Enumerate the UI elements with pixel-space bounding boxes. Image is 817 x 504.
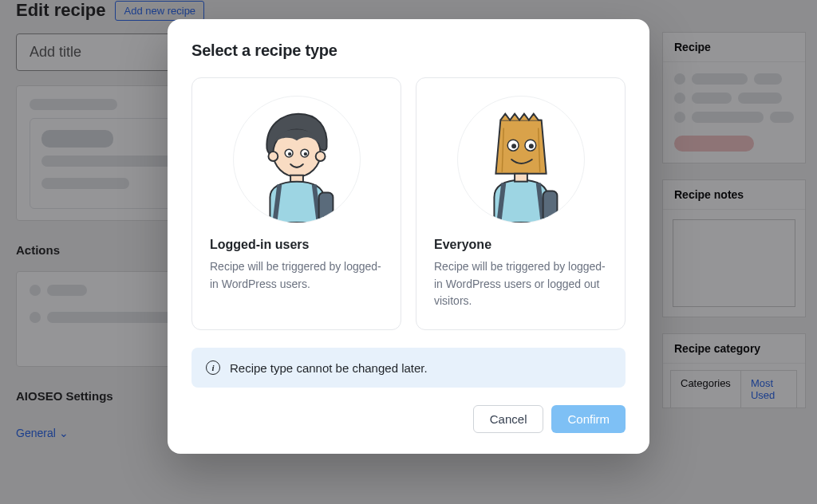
svg-point-4 — [287, 152, 290, 156]
svg-point-1 — [268, 152, 278, 161]
cancel-button[interactable]: Cancel — [473, 405, 544, 433]
modal-title: Select a recipe type — [191, 41, 626, 60]
info-text: Recipe type cannot be changed later. — [230, 361, 428, 375]
svg-point-14 — [528, 144, 533, 148]
option-title-everyone: Everyone — [434, 238, 607, 252]
recipe-type-options: Logged-in users Recipe will be triggered… — [191, 77, 626, 330]
recipe-type-modal: Select a recipe type — [168, 19, 649, 454]
svg-point-6 — [303, 152, 306, 156]
confirm-button[interactable]: Confirm — [551, 405, 626, 433]
option-title-logged-in: Logged-in users — [210, 238, 383, 252]
option-card-everyone[interactable]: Everyone Recipe will be triggered by log… — [416, 77, 626, 330]
info-icon: i — [206, 360, 220, 375]
svg-point-2 — [315, 152, 325, 161]
option-desc-everyone: Recipe will be triggered by logged-in Wo… — [434, 258, 607, 310]
everyone-illustration — [457, 96, 585, 223]
modal-footer: Cancel Confirm — [191, 405, 626, 433]
info-banner: i Recipe type cannot be changed later. — [191, 348, 626, 388]
svg-rect-15 — [515, 174, 527, 182]
svg-rect-8 — [318, 192, 333, 222]
option-card-logged-in[interactable]: Logged-in users Recipe will be triggered… — [191, 77, 401, 330]
svg-point-12 — [511, 144, 516, 148]
svg-rect-16 — [543, 191, 557, 223]
option-desc-logged-in: Recipe will be triggered by logged-in Wo… — [210, 258, 383, 293]
logged-in-user-illustration — [233, 96, 361, 223]
